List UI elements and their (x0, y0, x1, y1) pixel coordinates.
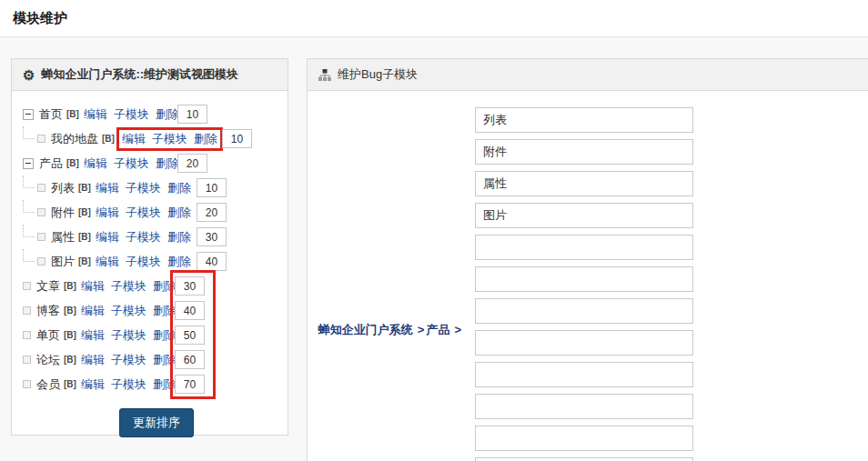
sort-order-input[interactable] (197, 178, 227, 197)
module-tree: 首页[B]编辑子模块删除我的地盘[B]编辑子模块删除产品[B]编辑子模块删除列表… (12, 91, 288, 396)
sort-order-input[interactable] (222, 129, 252, 148)
delete-link[interactable]: 删除 (167, 205, 191, 221)
gear-icon: ⚙ (23, 68, 35, 82)
module-tag: [B] (102, 134, 115, 144)
delete-link[interactable]: 删除 (167, 180, 191, 196)
module-links: 编辑子模块删除 (81, 303, 177, 319)
edit-link[interactable]: 编辑 (84, 155, 107, 172)
delete-link[interactable]: 删除 (153, 278, 177, 295)
module-links: 编辑子模块删除 (81, 376, 177, 393)
edit-link[interactable]: 编辑 (81, 327, 105, 344)
submodule-link[interactable]: 子模块 (111, 352, 146, 368)
edit-link[interactable]: 编辑 (122, 131, 146, 147)
sort-order-input[interactable] (177, 105, 207, 124)
delete-link[interactable]: 删除 (167, 254, 191, 270)
submodule-link[interactable]: 子模块 (114, 155, 149, 172)
submodule-name-input[interactable] (475, 457, 693, 461)
sort-order-input[interactable] (175, 326, 205, 345)
delete-link[interactable]: 删除 (156, 155, 179, 172)
delete-link[interactable]: 删除 (153, 327, 177, 344)
module-tag: [B] (64, 330, 76, 340)
module-links: 编辑子模块删除 (96, 180, 191, 196)
submodule-name-input[interactable] (475, 330, 693, 356)
delete-link[interactable]: 删除 (156, 106, 179, 123)
tree-row: 列表[B]编辑子模块删除 (21, 175, 278, 200)
module-name: 首页 (39, 106, 63, 123)
submodule-name-input[interactable] (475, 266, 693, 292)
submodule-link[interactable]: 子模块 (111, 376, 146, 393)
edit-link[interactable]: 编辑 (81, 352, 105, 368)
submodule-name-input[interactable] (475, 171, 693, 196)
submodule-name-input[interactable] (475, 139, 693, 165)
module-tag: [B] (78, 183, 91, 193)
edit-link[interactable]: 编辑 (96, 180, 119, 196)
module-tag: [B] (78, 207, 91, 217)
sort-order-input[interactable] (177, 154, 207, 173)
submodule-link[interactable]: 子模块 (126, 254, 161, 270)
module-tag: [B] (64, 306, 76, 316)
submodule-link[interactable]: 子模块 (126, 180, 161, 196)
module-name: 文章 (36, 278, 60, 295)
collapse-toggle-icon[interactable] (23, 158, 34, 169)
collapse-toggle-icon[interactable] (23, 109, 34, 120)
submodule-name-input[interactable] (475, 394, 693, 419)
delete-link[interactable]: 删除 (167, 229, 191, 246)
submodule-link[interactable]: 子模块 (152, 131, 187, 147)
delete-link[interactable]: 删除 (194, 131, 217, 147)
tree-row: 属性[B]编辑子模块删除 (21, 225, 278, 249)
submodule-link[interactable]: 子模块 (126, 205, 161, 221)
submodule-link[interactable]: 子模块 (126, 229, 161, 246)
sort-order-input[interactable] (197, 252, 227, 271)
edit-link[interactable]: 编辑 (81, 278, 105, 295)
breadcrumb-root-link[interactable]: 蝉知企业门户系统 (318, 323, 413, 336)
sort-order-input[interactable] (197, 203, 227, 222)
submodule-name-input[interactable] (475, 426, 693, 451)
module-links: 编辑子模块删除 (81, 327, 177, 344)
breadcrumb-cell: 蝉知企业门户系统>产品> (326, 107, 475, 461)
submodule-name-input[interactable] (475, 298, 693, 324)
leaf-node-icon (23, 282, 31, 290)
submodule-name-input[interactable] (475, 203, 693, 228)
sort-order-input[interactable] (175, 350, 205, 369)
leaf-node-icon (37, 184, 45, 192)
sort-order-input[interactable] (175, 276, 205, 296)
submodule-link[interactable]: 子模块 (111, 303, 146, 319)
delete-link[interactable]: 删除 (153, 376, 177, 393)
delete-link[interactable]: 删除 (153, 303, 177, 319)
delete-link[interactable]: 删除 (153, 352, 177, 368)
sort-order-input[interactable] (197, 227, 227, 246)
submodule-form: 蝉知企业门户系统>产品> (308, 91, 868, 461)
module-tag: [B] (64, 379, 76, 389)
breadcrumb-current-link[interactable]: 产品 (426, 323, 449, 336)
sort-order-input[interactable] (175, 301, 205, 320)
module-name: 产品 (39, 155, 63, 172)
edit-link[interactable]: 编辑 (81, 376, 105, 393)
leaf-node-icon (23, 306, 31, 315)
module-links: 编辑子模块删除 (96, 205, 191, 221)
tree-row: 单页[B]编辑子模块删除 (21, 323, 278, 347)
annotation-links-box: 编辑子模块删除 (116, 127, 223, 151)
module-tree-panel-title: 蝉知企业门户系统::维护测试视图模块 (41, 66, 238, 83)
edit-link[interactable]: 编辑 (96, 254, 119, 270)
tree-connector (23, 126, 35, 139)
submodule-link[interactable]: 子模块 (111, 327, 146, 344)
tree-row: 我的地盘[B]编辑子模块删除 (21, 126, 278, 151)
module-name: 会员 (36, 376, 60, 393)
edit-link[interactable]: 编辑 (81, 303, 105, 319)
submodule-name-input[interactable] (475, 107, 693, 133)
module-tree-panel-header: ⚙ 蝉知企业门户系统::维护测试视图模块 (12, 59, 288, 91)
submodule-panel-header: 维护Bug子模块 (308, 59, 868, 91)
submodule-link[interactable]: 子模块 (111, 278, 146, 295)
submodule-name-input[interactable] (475, 235, 693, 260)
update-sort-button[interactable]: 更新排序 (119, 408, 194, 437)
edit-link[interactable]: 编辑 (84, 106, 107, 123)
sort-order-input[interactable] (175, 375, 205, 394)
edit-link[interactable]: 编辑 (96, 205, 119, 221)
submodule-link[interactable]: 子模块 (114, 106, 149, 123)
tree-row: 会员[B]编辑子模块删除 (21, 372, 278, 396)
edit-link[interactable]: 编辑 (96, 229, 119, 246)
leaf-node-icon (37, 208, 45, 216)
tree-row: 首页[B]编辑子模块删除 (21, 102, 278, 126)
submodule-name-input[interactable] (475, 362, 693, 387)
module-links: 编辑子模块删除 (81, 352, 177, 368)
